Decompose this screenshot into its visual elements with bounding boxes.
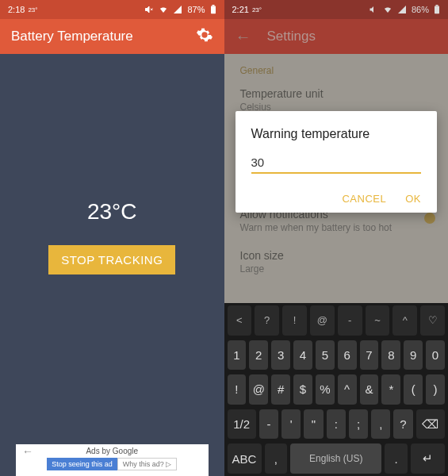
ad-back-icon[interactable]: ← xyxy=(22,445,33,458)
ad-stop-button[interactable]: Stop seeing this ad xyxy=(47,458,117,470)
status-time: 2:18 xyxy=(8,5,25,14)
mute-icon xyxy=(369,5,378,14)
app-title: Battery Temperature xyxy=(11,29,133,44)
battery-icon xyxy=(210,5,216,14)
key-@[interactable]: @ xyxy=(249,374,268,405)
status-bar: 2:21 23° 86% xyxy=(224,0,449,19)
signal-icon xyxy=(173,5,182,14)
key-%[interactable]: % xyxy=(316,374,335,405)
key-([interactable]: ( xyxy=(404,374,423,405)
key-1/2[interactable]: 1/2 xyxy=(228,409,256,440)
keyboard: <?!@-~^♡ 1234567890 !@#$%^&*() 1/2-'":;,… xyxy=(224,303,449,476)
key-6[interactable]: 6 xyxy=(338,340,357,370)
key-1[interactable]: 1 xyxy=(228,340,247,370)
wifi-icon xyxy=(159,5,168,14)
key-7[interactable]: 7 xyxy=(360,340,379,370)
status-battery-pct: 87% xyxy=(187,5,205,14)
temperature-display: 23°C xyxy=(87,199,137,225)
settings-header: ← Settings xyxy=(224,19,449,54)
key-5[interactable]: 5 xyxy=(316,340,335,370)
key-)[interactable]: ) xyxy=(426,374,445,405)
key-♡[interactable]: ♡ xyxy=(420,305,445,336)
key-#[interactable]: # xyxy=(271,374,290,405)
key-'[interactable]: ' xyxy=(281,409,301,440)
key-$[interactable]: $ xyxy=(293,374,312,405)
back-button[interactable]: ← xyxy=(235,28,251,46)
app-header: Battery Temperature xyxy=(0,19,224,54)
ad-label: Ads by Google xyxy=(86,447,138,455)
gear-icon xyxy=(196,26,213,44)
svg-rect-1 xyxy=(212,5,214,6)
dialog-title: Warning temperature xyxy=(251,127,422,141)
key-~[interactable]: ~ xyxy=(366,305,390,336)
settings-title: Settings xyxy=(267,29,316,44)
key-2[interactable]: 2 xyxy=(249,340,268,370)
mute-icon xyxy=(144,5,154,14)
key-&[interactable]: & xyxy=(360,374,379,405)
screen-settings: 2:21 23° 86% ← Settings General Temperat… xyxy=(224,0,449,476)
svg-rect-3 xyxy=(436,5,438,6)
key-space[interactable]: English (US) xyxy=(290,443,381,474)
key-↵[interactable]: ↵ xyxy=(411,443,445,474)
key-?[interactable]: ? xyxy=(393,409,412,440)
warning-temp-input[interactable] xyxy=(251,152,422,174)
key-^[interactable]: ^ xyxy=(338,374,357,405)
key-![interactable]: ! xyxy=(228,374,247,405)
key-*[interactable]: * xyxy=(381,374,400,405)
svg-rect-2 xyxy=(435,6,439,14)
key-?[interactable]: ? xyxy=(255,305,279,336)
key-<[interactable]: < xyxy=(228,305,252,336)
svg-rect-0 xyxy=(211,6,216,14)
key-3[interactable]: 3 xyxy=(271,340,290,370)
key-![interactable]: ! xyxy=(282,305,307,336)
key-:[interactable]: : xyxy=(327,409,346,440)
stop-tracking-button[interactable]: STOP TRACKING xyxy=(48,245,175,274)
key-,[interactable]: , xyxy=(371,409,390,440)
key-⌫[interactable]: ⌫ xyxy=(416,409,445,440)
wifi-icon xyxy=(383,5,392,14)
key-8[interactable]: 8 xyxy=(381,340,400,370)
key-ABC[interactable]: ABC xyxy=(228,443,262,474)
key-,[interactable]: , xyxy=(265,443,288,474)
status-temp: 23° xyxy=(252,6,262,13)
key-;[interactable]: ; xyxy=(349,409,368,440)
key-@[interactable]: @ xyxy=(310,305,335,336)
main-content: 23°C STOP TRACKING xyxy=(0,54,224,419)
key-"[interactable]: " xyxy=(304,409,323,440)
status-temp: 23° xyxy=(28,6,37,13)
battery-icon xyxy=(434,5,440,14)
key--[interactable]: - xyxy=(259,409,278,440)
key-.[interactable]: . xyxy=(385,443,408,474)
ad-banner: ← Ads by Google Stop seeing this ad Why … xyxy=(16,444,209,476)
cancel-button[interactable]: CANCEL xyxy=(342,193,386,205)
status-time: 2:21 xyxy=(232,5,249,14)
warning-dialog: Warning temperature CANCEL OK xyxy=(235,111,438,213)
settings-button[interactable] xyxy=(196,26,213,47)
status-battery-pct: 86% xyxy=(412,5,429,14)
signal-icon xyxy=(397,5,407,14)
ok-button[interactable]: OK xyxy=(405,193,421,205)
key-9[interactable]: 9 xyxy=(404,340,423,370)
key-4[interactable]: 4 xyxy=(293,340,312,370)
key-^[interactable]: ^ xyxy=(392,305,417,336)
screen-main: 2:18 23° 87% Battery Temperature 23°C ST… xyxy=(0,0,224,476)
key--[interactable]: - xyxy=(338,305,362,336)
ad-why-button[interactable]: Why this ad? ▷ xyxy=(117,458,178,470)
key-0[interactable]: 0 xyxy=(426,340,445,370)
status-bar: 2:18 23° 87% xyxy=(0,0,224,19)
